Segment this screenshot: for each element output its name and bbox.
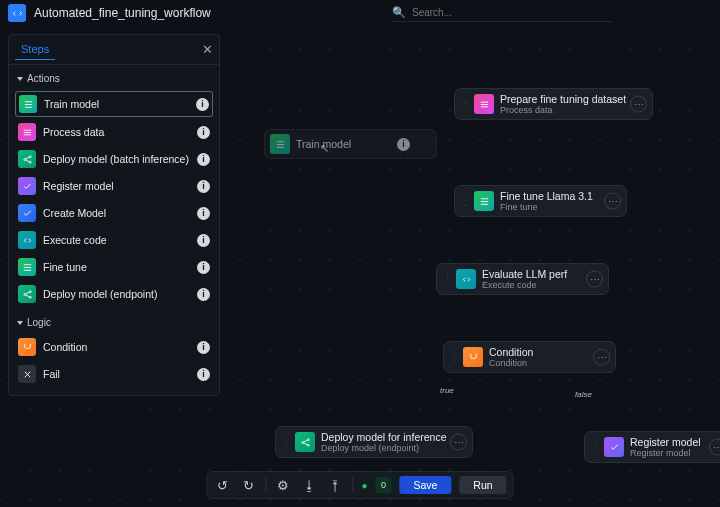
download-icon[interactable]: ⭳ [300,476,318,494]
layers-icon [18,123,36,141]
info-icon[interactable]: i [397,138,410,151]
undo-button[interactable]: ↺ [213,476,231,494]
share-icon [295,432,315,452]
workflow-title: Automated_fine_tuning_workflow [34,6,211,20]
check-icon [18,204,36,222]
svg-point-2 [29,161,31,163]
search-box[interactable]: 🔍 [392,4,612,22]
more-icon[interactable]: ⋯ [593,349,610,366]
node-deploy-inference[interactable]: ⋮ Deploy model for inferenceDeploy model… [275,426,473,458]
info-icon[interactable]: i [197,207,210,220]
drag-handle-icon[interactable]: ⋮ [460,98,471,111]
share-icon [18,150,36,168]
sidebar-item-create-model[interactable]: Create Model i [15,201,213,225]
redo-button[interactable]: ↻ [239,476,257,494]
sidebar-item-fail[interactable]: Fail i [15,362,213,386]
tab-steps[interactable]: Steps [15,39,55,60]
sidebar-item-deploy-batch[interactable]: Deploy model (batch inference) i [15,147,213,171]
chevron-down-icon [17,321,23,325]
edge-label-false: false [575,390,592,399]
svg-point-3 [23,293,25,295]
svg-point-16 [301,441,303,443]
sliders-icon [270,134,290,154]
node-fine-tune-llama[interactable]: ⋮ Fine tune Llama 3.1Fine tune ⋯ [454,185,627,217]
sliders-icon [474,191,494,211]
drag-handle-icon[interactable]: ⋮ [281,436,292,449]
workflow-app-icon [8,4,26,22]
svg-point-17 [307,439,309,441]
edge-label-true: true [440,386,454,395]
sidebar-item-execute-code[interactable]: Execute code i [15,228,213,252]
more-icon[interactable]: ⋯ [630,96,647,113]
sidebar-item-condition[interactable]: Condition i [15,335,213,359]
svg-point-0 [23,158,25,160]
more-icon[interactable]: ⋯ [586,271,603,288]
share-icon [18,285,36,303]
info-icon[interactable]: i [197,288,210,301]
info-icon[interactable]: i [197,341,210,354]
node-ghost-train-model[interactable]: Train model i ↖ [264,129,437,159]
bottom-toolbar: ↺ ↻ ⚙ ⭳ ⭱ ● 0 Save Run [206,471,513,499]
steps-panel: Steps ✕ Actions Train model i Process da… [8,34,220,396]
more-icon[interactable]: ⋯ [709,439,720,456]
branch-icon [18,338,36,356]
node-prepare-dataset[interactable]: ⋮ Prepare fine tuning datasetProcess dat… [454,88,653,120]
check-circle-icon: ● [361,480,367,491]
close-icon[interactable]: ✕ [202,42,213,57]
sidebar-item-fine-tune[interactable]: Fine tune i [15,255,213,279]
svg-point-4 [29,290,31,292]
chevron-down-icon [17,77,23,81]
info-icon[interactable]: i [197,153,210,166]
svg-point-1 [29,155,31,157]
svg-point-5 [29,296,31,298]
save-button[interactable]: Save [399,476,451,494]
error-count: 0 [375,477,391,493]
sliders-icon [19,95,37,113]
sidebar-item-train-model[interactable]: Train model i [15,91,213,117]
code-icon [456,269,476,289]
upload-icon[interactable]: ⭱ [326,476,344,494]
sidebar-item-register-model[interactable]: Register model i [15,174,213,198]
section-logic[interactable]: Logic [9,309,219,332]
drag-handle-icon[interactable]: ⋮ [590,441,601,454]
info-icon[interactable]: i [196,98,209,111]
info-icon[interactable]: i [197,234,210,247]
sliders-icon [18,258,36,276]
drag-handle-icon[interactable]: ⋮ [460,195,471,208]
sidebar-item-deploy-endpoint[interactable]: Deploy model (endpoint) i [15,282,213,306]
search-input[interactable] [410,6,612,19]
run-button[interactable]: Run [459,476,506,494]
more-icon[interactable]: ⋯ [604,193,621,210]
drag-handle-icon[interactable]: ⋮ [442,273,453,286]
gear-icon[interactable]: ⚙ [274,476,292,494]
more-icon[interactable]: ⋯ [450,434,467,451]
check-icon [18,177,36,195]
node-register-model[interactable]: ⋮ Register modelRegister model ⋯ [584,431,720,463]
info-icon[interactable]: i [197,368,210,381]
branch-icon [463,347,483,367]
info-icon[interactable]: i [197,126,210,139]
sidebar-item-process-data[interactable]: Process data i [15,120,213,144]
x-icon [18,365,36,383]
node-evaluate-llm[interactable]: ⋮ Evaluate LLM perfExecute code ⋯ [436,263,609,295]
info-icon[interactable]: i [197,261,210,274]
node-condition[interactable]: ⋮ ConditionCondition ⋯ [443,341,616,373]
code-icon [18,231,36,249]
cursor-icon: ↖ [320,142,329,155]
check-icon [604,437,624,457]
info-icon[interactable]: i [197,180,210,193]
layers-icon [474,94,494,114]
search-icon: 🔍 [392,6,406,19]
drag-handle-icon[interactable]: ⋮ [449,351,460,364]
section-actions[interactable]: Actions [9,65,219,88]
svg-point-18 [307,444,309,446]
